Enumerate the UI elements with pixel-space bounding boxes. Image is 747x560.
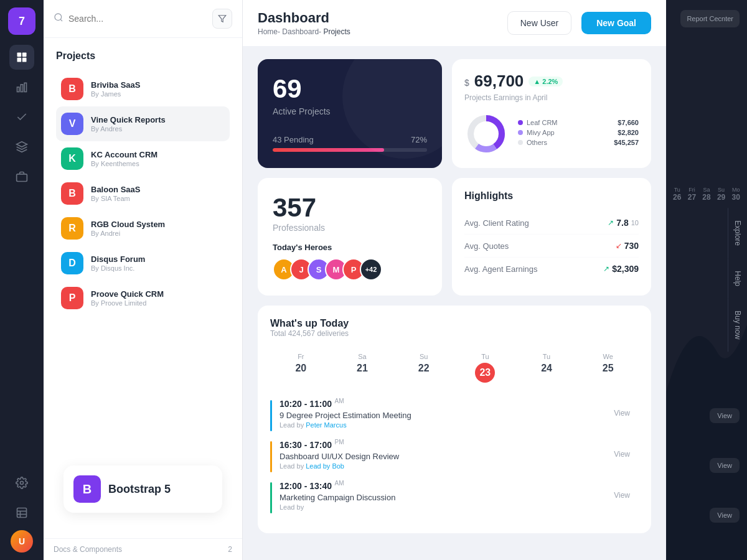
- left-panel: Projects B Briviba SaaS By James V Vine …: [44, 0, 243, 560]
- svg-rect-10: [17, 508, 27, 518]
- event-title-1: Dashboard UI/UX Design Review: [280, 452, 399, 461]
- svg-point-14: [55, 14, 62, 21]
- cal-day-30[interactable]: Mo 30: [730, 187, 742, 202]
- project-item-kc[interactable]: K KC Account CRM By Keenthemes: [56, 141, 230, 176]
- far-sidebar: 7 U: [0, 0, 44, 560]
- highlight-row-1: Avg. Quotes ↙ 730: [464, 235, 639, 258]
- report-center-button[interactable]: Report Cecnter: [680, 10, 740, 27]
- earnings-card: $ 69,700 ▲ 2.2% Projects Earnings in Apr…: [452, 59, 651, 168]
- cal-day-20[interactable]: Fr 20: [270, 348, 332, 388]
- svg-rect-0: [17, 53, 22, 57]
- earnings-amount: 69,700: [474, 72, 524, 91]
- sidebar-icon-settings[interactable]: [9, 470, 34, 495]
- cal-day-23[interactable]: Tu 23: [454, 348, 516, 388]
- tab-buy-now[interactable]: Buy now: [728, 299, 747, 352]
- search-input[interactable]: [68, 14, 207, 24]
- side-view-button-0[interactable]: View: [710, 408, 740, 423]
- project-item-baloon[interactable]: B Baloon SaaS By SIA Team: [56, 176, 230, 211]
- docs-row[interactable]: Docs & Components 2: [44, 538, 242, 560]
- project-item-rgb[interactable]: R RGB Cloud System By Andrei: [56, 211, 230, 246]
- project-by: By SIA Team: [91, 195, 225, 202]
- project-name: Briviba SaaS: [91, 80, 225, 90]
- hero-more: +42: [360, 258, 382, 281]
- bootstrap-title: Bootstrap 5: [108, 483, 171, 496]
- highlights-title: Highlights: [464, 190, 639, 202]
- app-badge[interactable]: 7: [8, 7, 35, 35]
- pending-percent: 72%: [411, 135, 427, 144]
- svg-rect-3: [22, 58, 27, 62]
- project-by: By Andres: [91, 125, 225, 133]
- cal-day-22[interactable]: Su 22: [393, 348, 454, 388]
- cal-day-26[interactable]: Tu 26: [671, 187, 684, 202]
- calendar-section: What's up Today Total 424,567 deliveries…: [258, 306, 651, 533]
- event-title-0: 9 Degree Project Estimation Meeting: [280, 411, 411, 420]
- tab-help[interactable]: Help: [728, 258, 747, 299]
- bootstrap-card-wrapper: B Bootstrap 5: [54, 455, 232, 523]
- earnings-dollar: $: [464, 78, 469, 88]
- legend-dot-others: [518, 140, 523, 145]
- svg-rect-8: [17, 174, 27, 182]
- cal-day-27[interactable]: Fri 27: [686, 187, 698, 202]
- side-view-button-1[interactable]: View: [710, 458, 740, 473]
- project-logo-baloon: B: [61, 182, 83, 205]
- progress-bar: [273, 148, 427, 152]
- project-by: By James: [91, 90, 225, 98]
- event-item-0: 10:20 - 11:00 AM 9 Degree Project Estima…: [270, 398, 639, 431]
- sidebar-icon-check[interactable]: [9, 105, 34, 129]
- project-logo-disqus: D: [61, 252, 83, 274]
- sidebar-icon-layers[interactable]: [9, 134, 34, 159]
- sidebar-icon-table[interactable]: [9, 500, 34, 525]
- cal-day-28[interactable]: Sa 28: [700, 187, 713, 202]
- event-bar-1: [270, 441, 272, 472]
- event-bar-0: [270, 400, 272, 431]
- donut-chart: [464, 112, 508, 156]
- event-view-button-1[interactable]: View: [605, 446, 639, 462]
- project-name: KC Account CRM: [91, 150, 225, 159]
- active-projects-card: 69 Active Projects 43 Pending 72%: [258, 59, 442, 168]
- sidebar-icon-briefcase[interactable]: [9, 164, 34, 189]
- project-item-proove[interactable]: P Proove Quick CRM By Proove Limited: [56, 281, 230, 315]
- bootstrap-logo: B: [73, 475, 101, 503]
- professionals-number: 357: [273, 193, 427, 223]
- project-name: Proove Quick CRM: [91, 289, 225, 299]
- project-name: Disqus Forum: [91, 254, 225, 264]
- legend-dot-leaf: [518, 120, 523, 125]
- filter-button[interactable]: [212, 9, 232, 29]
- svg-marker-7: [17, 142, 27, 147]
- svg-point-9: [21, 482, 24, 485]
- sidebar-icon-chart[interactable]: [9, 75, 34, 100]
- sidebar-icon-grid[interactable]: [9, 45, 34, 70]
- cal-day-29[interactable]: Su 29: [715, 187, 728, 202]
- main-content: Dashboard Home- Dashboard- Projects New …: [243, 0, 666, 560]
- highlight-row-0: Avg. Client Rating ↗ 7.8 10: [464, 212, 639, 235]
- event-view-button-0[interactable]: View: [605, 405, 639, 421]
- project-item-briviba[interactable]: B Briviba SaaS By James: [56, 72, 230, 106]
- tab-explore[interactable]: Explore: [728, 208, 747, 258]
- bootstrap-card[interactable]: B Bootstrap 5: [63, 465, 222, 513]
- project-logo-vine: V: [61, 113, 83, 135]
- event-view-button-2[interactable]: View: [605, 487, 639, 503]
- project-item-vine[interactable]: V Vine Quick Reports By Andres: [56, 106, 230, 141]
- avatars-row: A J S M P +42: [273, 258, 427, 281]
- dashboard-body: 69 Active Projects 43 Pending 72% $ 69,7…: [243, 47, 666, 560]
- calendar-row: Fr 20 Sa 21 Su 22 Tu 23 Tu 24: [270, 348, 639, 388]
- progress-fill: [273, 148, 384, 152]
- project-item-disqus[interactable]: D Disqus Forum By Disqus Inc.: [56, 246, 230, 281]
- event-item-1: 16:30 - 17:00 PM Dashboard UI/UX Design …: [270, 439, 639, 472]
- svg-marker-16: [218, 16, 226, 22]
- top-row: 69 Active Projects 43 Pending 72% $ 69,7…: [258, 59, 651, 168]
- user-avatar[interactable]: U: [11, 530, 33, 553]
- cal-day-25[interactable]: We 25: [577, 348, 639, 388]
- event-title-2: Marketing Campaign Discussion: [280, 493, 395, 502]
- new-user-button[interactable]: New User: [507, 11, 571, 35]
- project-logo-briviba: B: [61, 78, 83, 100]
- highlight-row-2: Avg. Agent Earnings ↗ $2,309: [464, 258, 639, 280]
- new-goal-button[interactable]: New Goal: [581, 12, 651, 34]
- project-by: By Disqus Inc.: [91, 264, 225, 272]
- right-tabs: Explore Help Buy now: [728, 208, 747, 352]
- active-projects-label: Active Projects: [273, 106, 427, 116]
- svg-rect-4: [17, 87, 19, 92]
- cal-day-24[interactable]: Tu 24: [516, 348, 578, 388]
- cal-day-21[interactable]: Sa 21: [332, 348, 393, 388]
- side-view-button-2[interactable]: View: [710, 508, 740, 523]
